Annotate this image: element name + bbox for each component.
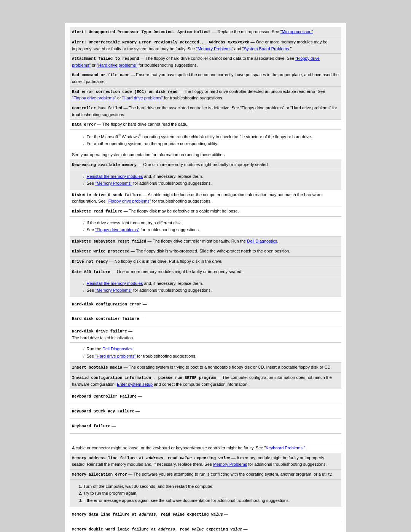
table-row: Memory double word logic failure at addr… — [70, 522, 341, 532]
table-row: Keyboard failure — — [70, 419, 341, 434]
table-row: If the drive access light turns on, try … — [70, 217, 341, 236]
table-row — [70, 434, 341, 444]
table-row: Alert! Uncorrectable Memory Error Previo… — [70, 37, 341, 54]
table-row: For the Microsoft® Windows® operating sy… — [70, 130, 341, 150]
table-row: See your operating system documentation … — [70, 150, 341, 160]
main-content: Alert! Unsupported Processor Type Detect… — [65, 23, 346, 532]
table-row: Bad error-correction code (ECC) on disk … — [70, 87, 341, 103]
table-row: Alert! Unsupported Processor Type Detect… — [70, 27, 341, 37]
table-row: Run the Dell Diagnostics.See "Hard drive… — [70, 343, 341, 363]
table-row: Diskette read failure — The floppy disk … — [70, 206, 341, 217]
table-row: KeyBoard Stuck Key Failure — — [70, 404, 341, 419]
table-row: Keyboard Controller Failure — — [70, 389, 341, 404]
table-row: Hard-disk controller failure — — [70, 312, 341, 326]
table-row: Decreasing available memory — One or mor… — [70, 160, 341, 170]
table-row: Diskette write protected — The floppy di… — [70, 246, 341, 257]
table-row: Reinstall the memory modules and, if nec… — [70, 277, 341, 297]
table-row: Insert bootable media — The operating sy… — [70, 363, 341, 373]
table-row: Attachment failed to respond — The flopp… — [70, 54, 341, 70]
table-row: Gate A20 failure — One or more memory mo… — [70, 267, 341, 277]
table-row: Hard-disk drive failure —The hard drive … — [70, 326, 341, 343]
table-row: Reinstall the memory modules and, if nec… — [70, 170, 341, 190]
table-row: A cable or connector might be loose, or … — [70, 443, 341, 453]
table-row: Data error — The floppy or hard drive ca… — [70, 120, 341, 130]
table-row: Memory allocation error — The software y… — [70, 470, 341, 480]
table-row: Controller has failed — The hard drive o… — [70, 103, 341, 120]
table-row: Memory address line failure at address, … — [70, 453, 341, 470]
table-row: Memory data line failure at address, rea… — [70, 507, 341, 522]
table-row: Bad command or file name — Ensure that y… — [70, 70, 341, 86]
table-row: Drive not ready — No floppy disk is in t… — [70, 257, 341, 267]
table-row: Diskette subsystem reset failed — The fl… — [70, 236, 341, 247]
table-row: Diskette drive 0 seek failure — A cable … — [70, 190, 341, 206]
table-row: Invalid configuration information - plea… — [70, 373, 341, 389]
table-row: Hard-disk configuration error — — [70, 297, 341, 312]
table-row: Turn off the computer, wait 30 seconds, … — [70, 480, 341, 508]
